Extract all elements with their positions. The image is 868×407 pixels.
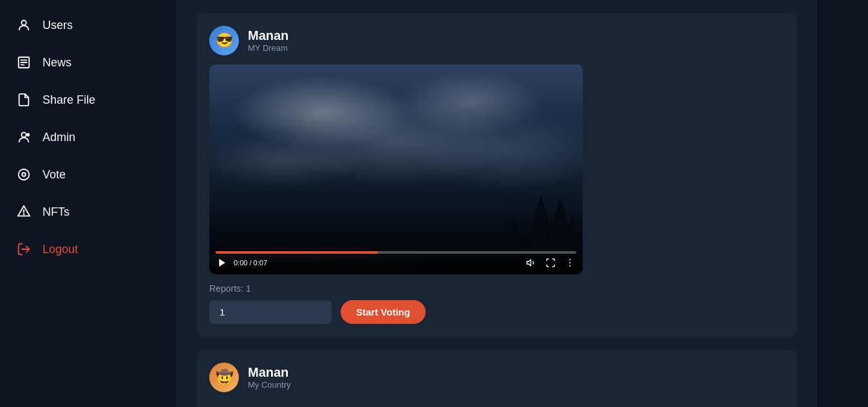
avatar-2: 🤠 [209,363,239,392]
video-thumbnail-1 [209,64,583,274]
controls-left-1: 0:00 / 0:07 [216,256,267,269]
reports-input-1[interactable] [209,300,332,324]
right-panel [816,0,868,407]
avatar-1: 😎 [209,26,239,55]
sidebar-item-nfts[interactable]: NFTs [0,193,176,231]
sidebar-item-users-label: Users [42,19,73,32]
post-header-2: 🤠 Manan My Country [209,363,784,392]
post-user-info-1: Manan MY Dream [248,28,288,53]
post-subtitle-1: MY Dream [248,43,288,53]
post-card-1: 😎 Manan MY Dream [196,13,797,337]
post-card-2: 🤠 Manan My Country [196,350,797,407]
user-icon [15,17,32,33]
reports-controls-1: Start Voting [209,300,784,324]
sidebar-item-logout[interactable]: Logout [0,231,176,268]
vote-icon [15,166,32,183]
svg-point-11 [24,214,24,214]
svg-marker-25 [527,260,531,266]
sidebar-item-logout-label: Logout [42,243,78,256]
controls-row-1: 0:00 / 0:07 [216,256,576,269]
svg-point-0 [21,21,26,25]
video-controls-1: 0:00 / 0:07 [209,247,583,274]
svg-point-7 [19,169,30,180]
svg-point-5 [21,133,26,137]
sidebar-item-share-file-label: Share File [42,93,95,107]
sidebar-item-users[interactable]: Users [0,6,176,44]
controls-right-1 [525,256,576,269]
trees-silhouette [441,168,583,252]
progress-bar-1[interactable] [216,251,576,254]
sidebar-item-admin-label: Admin [42,131,75,144]
nfts-icon [15,204,32,220]
post-subtitle-2: My Country [248,380,290,390]
play-button-1[interactable] [216,256,229,269]
sidebar-item-share-file[interactable]: Share File [0,81,176,118]
sidebar-item-vote[interactable]: Vote [0,156,176,193]
logout-icon [15,241,32,258]
time-display-1: 0:00 / 0:07 [234,259,267,267]
news-icon [15,54,32,71]
volume-button-1[interactable] [525,256,538,269]
post-2-video-partial [209,401,784,407]
reports-label-1: Reports: 1 [209,283,784,294]
start-voting-button-1[interactable]: Start Voting [341,300,426,324]
video-player-1[interactable]: 0:00 / 0:07 [209,64,583,274]
svg-point-27 [569,262,571,263]
svg-point-28 [569,265,571,267]
sidebar-item-news[interactable]: News [0,44,176,81]
svg-point-6 [27,134,30,137]
svg-point-26 [569,260,571,261]
svg-marker-24 [219,259,225,267]
post-username-1: Manan [248,28,288,43]
sidebar-item-vote-label: Vote [42,168,66,182]
admin-icon [15,129,32,146]
sidebar-item-nfts-label: NFTs [42,205,70,219]
reports-section-1: Reports: 1 Start Voting [209,283,784,324]
sidebar-item-admin[interactable]: Admin [0,118,176,156]
progress-fill-1 [216,251,378,254]
main-content: 😎 Manan MY Dream [177,0,816,407]
more-button-1[interactable] [563,256,576,269]
post-user-info-2: Manan My Country [248,365,290,390]
sidebar: Users News Share File [0,0,177,407]
fullscreen-button-1[interactable] [544,256,557,269]
sidebar-item-news-label: News [42,56,71,70]
svg-point-8 [22,173,26,176]
post-header-1: 😎 Manan MY Dream [209,26,784,55]
file-icon [15,91,32,108]
post-username-2: Manan [248,365,290,380]
